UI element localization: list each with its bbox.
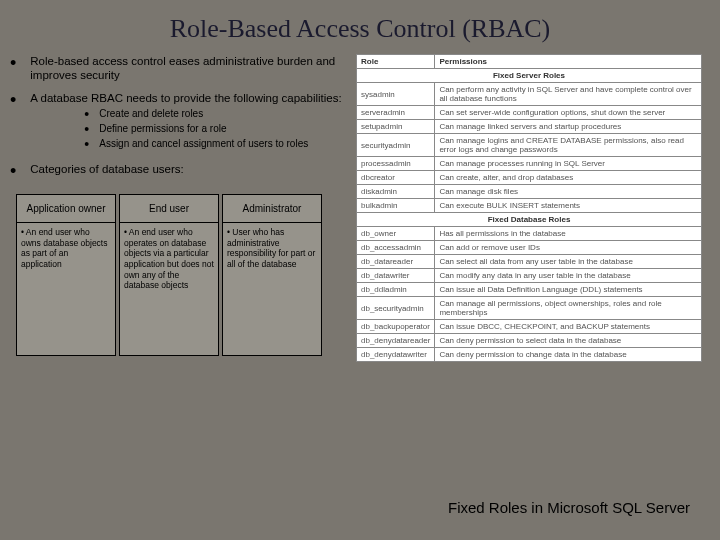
- sub-text: Define permissions for a role: [99, 122, 226, 136]
- sub-bullet: •Define permissions for a role: [84, 122, 341, 136]
- user-col-body: • An end user who operates on database o…: [120, 223, 218, 355]
- table-row: serveradminCan set server-wide configura…: [357, 106, 702, 120]
- table-row: db_ownerHas all permissions in the datab…: [357, 227, 702, 241]
- sub-bullet: •Assign and cancel assignment of users t…: [84, 137, 341, 151]
- bullet-icon: •: [84, 137, 89, 151]
- table-row: sysadminCan perform any activity in SQL …: [357, 83, 702, 106]
- table-row: securityadminCan manage logins and CREAT…: [357, 134, 702, 157]
- table-row: setupadminCan manage linked servers and …: [357, 120, 702, 134]
- table-row: db_denydatareaderCan deny permission to …: [357, 334, 702, 348]
- col-role: Role: [357, 55, 435, 69]
- user-col-app-owner: Application owner • An end user who owns…: [16, 194, 116, 356]
- page-title: Role-Based Access Control (RBAC): [0, 0, 720, 54]
- bullet-3: • Categories of database users:: [10, 162, 350, 180]
- left-column: • Role-based access control eases admini…: [10, 54, 350, 362]
- table-row: db_backupoperatorCan issue DBCC, CHECKPO…: [357, 320, 702, 334]
- bullet-text: Categories of database users:: [30, 162, 183, 180]
- table-row: bulkadminCan execute BULK INSERT stateme…: [357, 199, 702, 213]
- bullet-icon: •: [84, 107, 89, 121]
- bullet-text: A database RBAC needs to provide the fol…: [30, 92, 341, 104]
- bullet-2: • A database RBAC needs to provide the f…: [10, 91, 350, 152]
- user-categories-table: Application owner • An end user who owns…: [16, 194, 350, 356]
- sub-list: •Create and delete roles •Define permiss…: [84, 107, 341, 151]
- user-col-header: Application owner: [17, 195, 115, 223]
- table-row: dbcreatorCan create, alter, and drop dat…: [357, 171, 702, 185]
- user-col-header: Administrator: [223, 195, 321, 223]
- bullet-icon: •: [10, 54, 16, 83]
- user-col-body: • User who has administrative responsibi…: [223, 223, 321, 355]
- section-fixed-database: Fixed Database Roles: [357, 213, 702, 227]
- user-col-end-user: End user • An end user who operates on d…: [119, 194, 219, 356]
- user-col-administrator: Administrator • User who has administrat…: [222, 194, 322, 356]
- table-row: db_datawriterCan modify any data in any …: [357, 269, 702, 283]
- col-permissions: Permissions: [435, 55, 702, 69]
- user-col-body: • An end user who owns database objects …: [17, 223, 115, 355]
- table-row: db_securityadminCan manage all permissio…: [357, 297, 702, 320]
- sub-text: Create and delete roles: [99, 107, 203, 121]
- bullet-icon: •: [10, 91, 16, 152]
- sub-bullet: •Create and delete roles: [84, 107, 341, 121]
- sub-text: Assign and cancel assignment of users to…: [99, 137, 308, 151]
- section-fixed-server: Fixed Server Roles: [357, 69, 702, 83]
- table-row: diskadminCan manage disk files: [357, 185, 702, 199]
- roles-table: Role Permissions Fixed Server Roles sysa…: [356, 54, 702, 362]
- table-row: db_denydatawriterCan deny permission to …: [357, 348, 702, 362]
- right-column: Role Permissions Fixed Server Roles sysa…: [356, 54, 710, 362]
- user-col-header: End user: [120, 195, 218, 223]
- table-row: db_datareaderCan select all data from an…: [357, 255, 702, 269]
- bullet-icon: •: [10, 162, 16, 180]
- figure-caption: Fixed Roles in Microsoft SQL Server: [448, 499, 690, 516]
- table-header-row: Role Permissions: [357, 55, 702, 69]
- content-area: • Role-based access control eases admini…: [0, 54, 720, 362]
- table-row: processadminCan manage processes running…: [357, 157, 702, 171]
- table-row: db_ddladminCan issue all Data Definition…: [357, 283, 702, 297]
- bullet-icon: •: [84, 122, 89, 136]
- bullet-1: • Role-based access control eases admini…: [10, 54, 350, 83]
- bullet-text: Role-based access control eases administ…: [30, 54, 350, 83]
- table-row: db_accessadminCan add or remove user IDs: [357, 241, 702, 255]
